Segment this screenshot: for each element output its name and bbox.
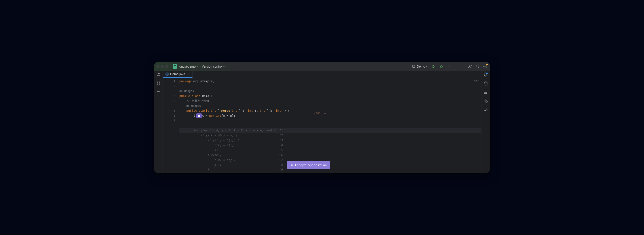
vcs-label: Version control [202, 65, 222, 68]
usages-hint[interactable]: no usages [179, 103, 481, 108]
run-config-icon [412, 65, 416, 68]
left-toolwindow-bar [154, 71, 163, 173]
svg-rect-0 [412, 65, 415, 68]
ghost-suggestion-line: c[k] = b[j]; ^7 [179, 158, 481, 162]
code-line [179, 84, 481, 89]
svg-point-11 [449, 67, 450, 68]
tab-demo-java[interactable]: C Demo.java ✕ [163, 71, 192, 78]
notification-dot [486, 73, 488, 74]
tab-key-icon [290, 164, 293, 167]
usages-hint[interactable]: no usages [179, 89, 481, 94]
more-menu-icon[interactable] [447, 64, 451, 69]
svg-rect-20 [157, 83, 158, 84]
code-line: public static int[] merge(int[] a, int m… [179, 108, 481, 113]
svg-point-17 [485, 66, 486, 67]
svg-rect-21 [159, 83, 160, 84]
ai-suggestion-badge-icon[interactable] [196, 113, 202, 118]
svg-point-9 [449, 65, 450, 66]
code-area[interactable]: package org.example; no usages public cl… [178, 78, 481, 173]
line-number: 4 [163, 98, 175, 103]
code-line: package org.example; [179, 79, 481, 84]
svg-point-23 [158, 91, 158, 92]
line-number: 6 [163, 113, 175, 118]
search-icon[interactable] [476, 64, 480, 69]
svg-point-27 [478, 75, 478, 75]
code-line: i c = new int[m + n]; [179, 113, 481, 128]
chevron-down-icon: ▾ [196, 65, 198, 68]
structure-toolwindow-icon[interactable] [156, 81, 161, 85]
ghost-suggestion-line: if (a[i] < b[j]) { ^3 [179, 138, 481, 143]
settings-notification-dot [486, 64, 488, 65]
ai-assistant-icon[interactable] [483, 99, 488, 104]
ghost-suggestion-line: c[k] = a[i]; ^4 [179, 143, 481, 148]
title-bar: T tongyi-demo ▾ Version control ▾ Demo ▾ [154, 62, 490, 71]
svg-point-10 [449, 66, 450, 67]
window-controls [156, 65, 168, 68]
run-config-name: Demo [417, 65, 425, 68]
profiler-toolwindow-icon[interactable] [483, 108, 488, 113]
svg-point-26 [478, 74, 478, 74]
java-class-icon: C [166, 73, 168, 76]
editor-body[interactable]: OFF 1 2 3 4 5 6 7 package org.example; n… [163, 78, 481, 173]
code-with-me-icon[interactable] [468, 64, 472, 69]
line-number: 5 [163, 108, 175, 113]
notifications-icon[interactable] [483, 72, 488, 77]
tab-filename: Demo.java [170, 72, 185, 76]
svg-rect-19 [159, 81, 160, 82]
project-selector[interactable]: T tongyi-demo ▾ [173, 64, 198, 69]
ghost-suggestion-line: } else { ^6 [179, 153, 481, 158]
line-gutter: 1 2 3 4 5 6 7 [163, 78, 178, 173]
svg-rect-18 [157, 81, 158, 82]
code-line: // 合并两个数组 [179, 98, 481, 103]
svg-point-24 [159, 91, 160, 92]
more-toolwindows-icon[interactable] [156, 89, 161, 94]
ghost-suggestion-line: i++; ^5 [179, 148, 481, 153]
svg-point-15 [476, 65, 478, 67]
editor-more-icon[interactable] [476, 73, 480, 77]
ghost-suggestion-line: } ^9 [179, 167, 481, 172]
minimize-window-button[interactable] [161, 65, 164, 68]
line-number: 1 [163, 79, 175, 84]
maven-toolwindow-icon[interactable]: m [483, 90, 488, 95]
database-toolwindow-icon[interactable] [483, 81, 488, 86]
svg-point-22 [157, 91, 158, 92]
run-button[interactable] [432, 64, 436, 69]
accept-label: Accept Suggestion [295, 163, 327, 168]
svg-point-25 [478, 73, 478, 73]
svg-point-12 [469, 65, 470, 67]
close-window-button[interactable] [156, 65, 159, 68]
main-area: C Demo.java ✕ OFF 1 2 3 4 5 [154, 71, 490, 173]
project-toolwindow-icon[interactable] [156, 72, 161, 77]
project-name: tongyi-demo [178, 65, 196, 68]
project-badge: T [173, 64, 177, 69]
version-control-menu[interactable]: Version control ▾ [202, 65, 224, 68]
ide-window: T tongyi-demo ▾ Version control ▾ Demo ▾ [154, 62, 490, 173]
ghost-suggestion-line: j++; ^8 [179, 162, 481, 167]
svg-line-16 [478, 67, 479, 68]
code-line: public class Demo { [179, 94, 481, 98]
svg-line-6 [442, 66, 442, 66]
svg-line-5 [440, 66, 440, 66]
svg-point-28 [484, 82, 487, 83]
editor-tabs: C Demo.java ✕ [163, 71, 481, 78]
debug-button[interactable] [439, 64, 444, 69]
line-number: 3 [163, 94, 175, 98]
settings-icon[interactable] [483, 64, 488, 69]
run-configuration-selector[interactable]: Demo ▾ [412, 65, 427, 68]
accept-suggestion-button[interactable]: Accept Suggestion [287, 161, 330, 169]
chevron-down-icon: ▾ [224, 65, 224, 68]
ghost-suggestion-line: } else if (i < m) { [179, 172, 481, 173]
ghost-suggestion-line: for (int i = 0, j = 0, k = 0; k < m + n;… [179, 128, 481, 133]
close-tab-icon[interactable]: ✕ [188, 73, 190, 76]
editor-region: C Demo.java ✕ OFF 1 2 3 4 5 [163, 71, 481, 173]
right-toolwindow-bar: m [481, 71, 490, 173]
chevron-down-icon: ▾ [426, 65, 427, 68]
zoom-window-button[interactable] [166, 65, 168, 68]
ghost-suggestion-line: if (i < m && j < n) { ^2 [179, 133, 481, 138]
line-number: 2 [163, 84, 175, 89]
watermark-text: j301.cn [314, 111, 326, 116]
line-number: 7 [163, 118, 175, 123]
